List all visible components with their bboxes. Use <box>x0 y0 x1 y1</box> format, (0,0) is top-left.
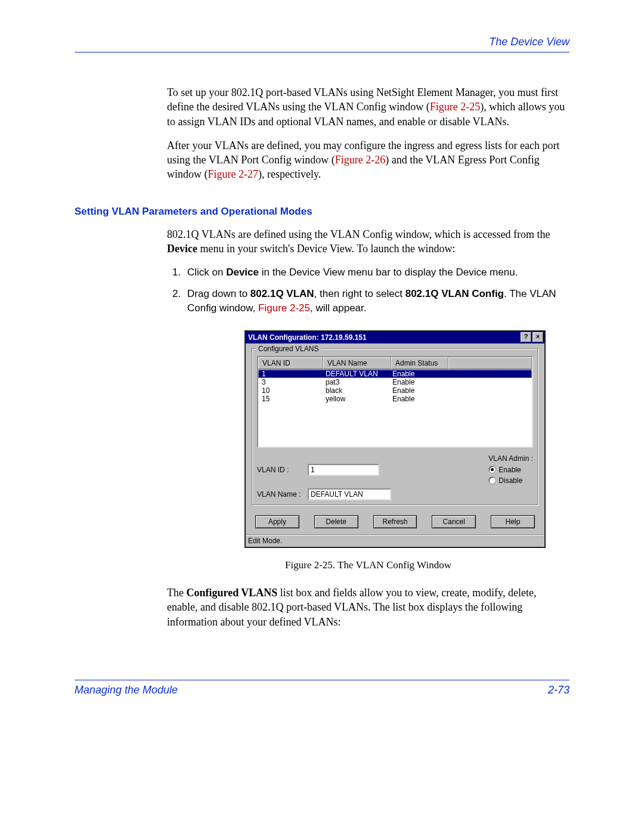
col-header[interactable]: Admin Status <box>391 357 448 369</box>
refresh-button[interactable]: Refresh <box>373 515 417 528</box>
cell: Enable <box>389 370 445 378</box>
radio-icon <box>488 466 496 473</box>
dialog-titlebar: VLAN Configuration: 172.19.59.151 ? × <box>246 332 544 343</box>
close-icon[interactable]: × <box>532 332 543 342</box>
cell: 15 <box>258 395 322 403</box>
radio-icon <box>488 476 496 484</box>
section-heading: Setting VLAN Parameters and Operational … <box>75 206 569 218</box>
paragraph: 802.1Q VLANs are defined using the VLAN … <box>167 227 569 256</box>
step-item: Drag down to 802.1Q VLAN, then right to … <box>184 287 569 315</box>
vlan-id-label: VLAN ID : <box>257 465 308 475</box>
figure-xref: Figure 2-27 <box>208 168 259 180</box>
vlan-admin-label: VLAN Admin : <box>488 454 533 463</box>
help-button[interactable]: Help <box>491 515 535 528</box>
footer-chapter: Managing the Module <box>75 684 178 696</box>
help-icon[interactable]: ? <box>521 332 531 342</box>
col-header[interactable]: VLAN Name <box>323 357 391 369</box>
apply-button[interactable]: Apply <box>255 515 299 528</box>
vlan-name-label: VLAN Name : <box>257 490 308 499</box>
cell: 1 <box>258 370 322 378</box>
text: ), respectively. <box>258 168 321 180</box>
radio-label: Disable <box>499 476 522 485</box>
vlan-config-dialog: VLAN Configuration: 172.19.59.151 ? × Co… <box>244 330 546 548</box>
text: Drag down to <box>187 288 250 299</box>
disable-radio[interactable]: Disable <box>488 475 533 486</box>
text: The <box>167 587 186 599</box>
cell: Enable <box>389 386 445 395</box>
cell: yellow <box>322 395 389 403</box>
figure-xref: Figure 2-26 <box>335 154 386 166</box>
col-header[interactable]: VLAN ID <box>258 357 323 369</box>
bold-text: Configured VLANS <box>186 587 277 599</box>
footer-divider <box>75 680 569 680</box>
cell: Enable <box>389 395 445 403</box>
figure-caption: Figure 2-25. The VLAN Config Window <box>167 559 569 572</box>
vlan-listbox[interactable]: VLAN ID VLAN Name Admin Status 1 DEFAULT… <box>257 356 533 448</box>
step-item: Click on Device in the Device View menu … <box>184 265 569 280</box>
bold-text: 802.1Q VLAN <box>250 288 314 299</box>
vlan-id-field[interactable] <box>308 464 379 476</box>
page-number: 2-73 <box>548 684 569 696</box>
header-divider <box>75 52 569 52</box>
figure-xref: Figure 2-25 <box>258 302 310 314</box>
text: in the Device View menu bar to display t… <box>259 267 518 278</box>
dialog-title: VLAN Configuration: 172.19.59.151 <box>248 333 519 342</box>
running-header: The Device View <box>75 36 569 48</box>
list-header: VLAN ID VLAN Name Admin Status <box>258 357 532 370</box>
cell: Enable <box>389 378 445 386</box>
paragraph: The Configured VLANS list box and fields… <box>167 586 569 629</box>
cancel-button[interactable]: Cancel <box>432 515 476 528</box>
bold-text: 802.1Q VLAN Config <box>405 288 504 299</box>
radio-label: Enable <box>499 466 521 474</box>
group-label: Configured VLANS <box>256 344 321 354</box>
dialog-button-row: Apply Delete Refresh Cancel Help <box>252 510 538 533</box>
configured-vlans-group: Configured VLANS VLAN ID VLAN Name Admin… <box>252 348 538 506</box>
paragraph: After your VLANs are defined, you may co… <box>167 138 569 182</box>
cell: black <box>322 386 389 395</box>
vlan-name-field[interactable] <box>308 488 391 500</box>
list-item[interactable]: 15 yellow Enable <box>258 395 532 403</box>
text: menu in your switch's Device View. To la… <box>197 243 456 255</box>
numbered-steps: Click on Device in the Device View menu … <box>167 265 569 315</box>
text: , will appear. <box>310 302 367 314</box>
list-item[interactable]: 3 pat3 Enable <box>258 378 532 386</box>
figure-xref: Figure 2-25 <box>430 101 481 113</box>
cell: DEFAULT VLAN <box>322 370 389 378</box>
text: , then right to select <box>314 288 405 299</box>
text: Click on <box>187 267 226 278</box>
bold-text: Device <box>226 267 259 278</box>
cell: 3 <box>258 378 322 386</box>
delete-button[interactable]: Delete <box>314 515 358 528</box>
paragraph: To set up your 802.1Q port-based VLANs u… <box>167 85 569 129</box>
cell: pat3 <box>322 378 389 386</box>
vlan-admin-group: VLAN Admin : Enable Disable <box>488 454 533 486</box>
enable-radio[interactable]: Enable <box>488 465 533 475</box>
list-item[interactable]: 10 black Enable <box>258 386 532 395</box>
cell: 10 <box>258 386 322 395</box>
dialog-statusbar: Edit Mode. <box>246 534 544 547</box>
col-header[interactable] <box>448 357 532 369</box>
list-item[interactable]: 1 DEFAULT VLAN Enable <box>258 370 532 378</box>
text: 802.1Q VLANs are defined using the VLAN … <box>167 228 550 240</box>
bold-text: Device <box>167 243 197 255</box>
